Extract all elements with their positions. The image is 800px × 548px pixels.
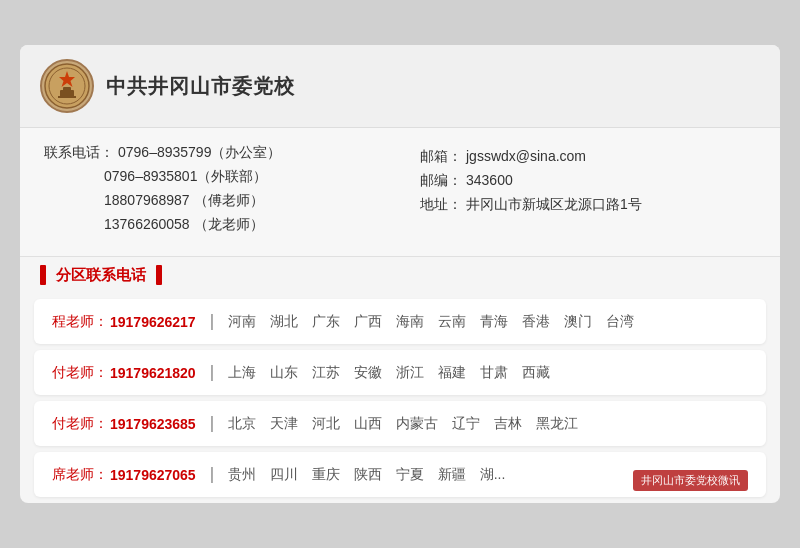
region-label: 辽宁 [452,415,480,433]
district-phone-1: 19179621820 [110,365,196,381]
svg-rect-4 [63,87,71,91]
header-section: 中共井冈山市委党校 [20,45,780,128]
region-label: 江苏 [312,364,340,382]
region-label: 广东 [312,313,340,331]
region-label: 四川 [270,466,298,484]
region-label: 湖... [480,466,506,484]
email-line: 邮箱： jgsswdx@sina.com [420,148,756,166]
district-regions-1: 上海山东江苏安徽浙江福建甘肃西藏 [228,364,550,382]
section-title-area: 分区联系电话 [20,257,780,293]
school-name: 中共井冈山市委党校 [106,73,295,100]
email-value: jgsswdx@sina.com [466,148,586,164]
logo-area: 中共井冈山市委党校 [40,59,295,113]
region-label: 黑龙江 [536,415,578,433]
district-teacher-3: 席老师： [52,466,108,484]
contact-section: 联系电话： 0796–8935799（办公室） 0796–8935801（外联部… [20,128,780,257]
postcode-line: 邮编： 343600 [420,172,756,190]
district-teacher-2: 付老师： [52,415,108,433]
phone-1: 0796–8935799（办公室） [118,144,281,162]
district-item-0: 程老师：19179626217 ｜ 河南湖北广东广西海南云南青海香港澳门台湾 [34,299,766,344]
region-label: 海南 [396,313,424,331]
district-phone-2: 19179623685 [110,416,196,432]
region-label: 山东 [270,364,298,382]
section-title-bar: 分区联系电话 [40,265,162,285]
region-label: 湖北 [270,313,298,331]
region-label: 河南 [228,313,256,331]
address-label: 地址： [420,196,462,214]
region-label: 香港 [522,313,550,331]
region-label: 上海 [228,364,256,382]
school-logo [40,59,94,113]
svg-rect-5 [58,96,76,98]
region-label: 河北 [312,415,340,433]
phone-line-3: 18807968987 （傅老师） [44,192,380,210]
page-wrapper: 中共井冈山市委党校 联系电话： 0796–8935799（办公室） 0796–8… [20,45,780,503]
district-divider-3: ｜ [204,464,220,485]
email-label: 邮箱： [420,148,462,166]
postcode-value: 343600 [466,172,513,188]
district-item-1: 付老师：19179621820 ｜ 上海山东江苏安徽浙江福建甘肃西藏 [34,350,766,395]
region-label: 重庆 [312,466,340,484]
region-label: 吉林 [494,415,522,433]
region-label: 陕西 [354,466,382,484]
district-regions-2: 北京天津河北山西内蒙古辽宁吉林黑龙江 [228,415,578,433]
region-label: 宁夏 [396,466,424,484]
address-line: 地址： 井冈山市新城区龙源口路1号 [420,196,756,214]
phone-line-2: 0796–8935801（外联部） [44,168,380,186]
district-phone-0: 19179626217 [110,314,196,330]
districts-container: 程老师：19179626217 ｜ 河南湖北广东广西海南云南青海香港澳门台湾付老… [20,299,780,497]
postcode-label: 邮编： [420,172,462,190]
contact-left: 联系电话： 0796–8935799（办公室） 0796–8935801（外联部… [44,144,380,240]
district-teacher-1: 付老师： [52,364,108,382]
region-label: 福建 [438,364,466,382]
district-phone-3: 19179627065 [110,467,196,483]
district-divider-1: ｜ [204,362,220,383]
address-value: 井冈山市新城区龙源口路1号 [466,196,642,214]
region-label: 台湾 [606,313,634,331]
district-divider-2: ｜ [204,413,220,434]
region-label: 青海 [480,313,508,331]
district-teacher-0: 程老师： [52,313,108,331]
region-label: 贵州 [228,466,256,484]
phone-label: 联系电话： [44,144,114,162]
region-label: 西藏 [522,364,550,382]
red-bar-left [40,265,46,285]
region-label: 澳门 [564,313,592,331]
region-label: 山西 [354,415,382,433]
region-label: 北京 [228,415,256,433]
svg-point-0 [45,64,89,108]
region-label: 甘肃 [480,364,508,382]
district-item-3: 席老师：19179627065 ｜ 贵州四川重庆陕西宁夏新疆湖...井冈山市委党… [34,452,766,497]
watermark: 井冈山市委党校微讯 [633,470,748,491]
phone-line-1: 联系电话： 0796–8935799（办公室） [44,144,380,162]
red-bar-right [156,265,162,285]
district-item-2: 付老师：19179623685 ｜ 北京天津河北山西内蒙古辽宁吉林黑龙江 [34,401,766,446]
district-divider-0: ｜ [204,311,220,332]
region-label: 浙江 [396,364,424,382]
district-regions-0: 河南湖北广东广西海南云南青海香港澳门台湾 [228,313,634,331]
region-label: 云南 [438,313,466,331]
phone-line-4: 13766260058 （龙老师） [44,216,380,234]
region-label: 安徽 [354,364,382,382]
district-regions-3: 贵州四川重庆陕西宁夏新疆湖... [228,466,506,484]
contact-right: 邮箱： jgsswdx@sina.com 邮编： 343600 地址： 井冈山市… [420,144,756,240]
region-label: 天津 [270,415,298,433]
section-title-text: 分区联系电话 [56,266,146,285]
region-label: 广西 [354,313,382,331]
region-label: 内蒙古 [396,415,438,433]
region-label: 新疆 [438,466,466,484]
